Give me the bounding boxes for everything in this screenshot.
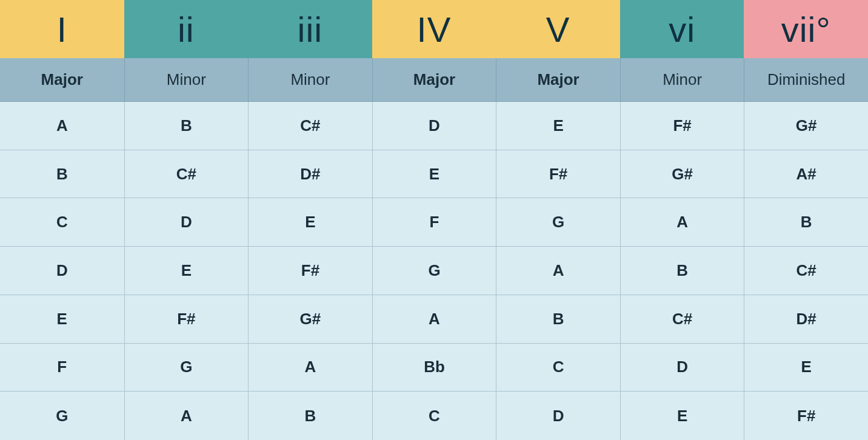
chord-cell: B — [620, 247, 744, 295]
key-row-0: A B C# D E F# G# — [0, 102, 868, 150]
chord-cell: D — [124, 198, 249, 247]
key-row-3: D E F# G A B C# — [0, 247, 868, 295]
chord-cell: E — [372, 150, 496, 199]
chord-cell: G — [372, 247, 496, 295]
chord-cell: E — [496, 102, 620, 150]
key-row-6: G A B C D E F# — [0, 392, 868, 440]
chord-cell: G — [124, 344, 249, 392]
chord-cell: E — [744, 344, 868, 392]
key-row-1: B C# D# E F# G# A# — [0, 150, 868, 199]
roman-col-5: V — [496, 0, 620, 58]
quality-col-3: Minor — [248, 58, 372, 102]
key-row-2: C D E F G A B — [0, 198, 868, 247]
quality-col-1: Major — [0, 58, 124, 102]
chord-cell: C# — [620, 295, 744, 344]
chord-cell: A — [248, 344, 372, 392]
chord-cell: D# — [248, 150, 372, 199]
chord-cell: C# — [744, 247, 868, 295]
chord-cell: G# — [248, 295, 372, 344]
chord-cell: D — [0, 247, 124, 295]
chord-cell: G# — [744, 102, 868, 150]
chord-cell: B — [0, 150, 124, 199]
chord-cell: F# — [744, 392, 868, 440]
chord-cell: D — [496, 392, 620, 440]
quality-col-2: Minor — [124, 58, 249, 102]
chord-cell: A — [496, 247, 620, 295]
chord-cell: A — [0, 102, 124, 150]
chord-cell: C — [0, 198, 124, 247]
quality-col-4: Major — [372, 58, 496, 102]
roman-col-4: IV — [372, 0, 496, 58]
chord-cell: E — [124, 247, 249, 295]
chord-cell: B — [124, 102, 249, 150]
roman-numeral-row: I ii iii IV V vi vii° — [0, 0, 868, 58]
chord-cell: E — [0, 295, 124, 344]
chord-cell: Bb — [372, 344, 496, 392]
chord-cell: A# — [744, 150, 868, 199]
roman-col-7: vii° — [744, 0, 868, 58]
chord-cell: C — [496, 344, 620, 392]
chord-cell: B — [496, 295, 620, 344]
roman-col-3: iii — [248, 0, 372, 58]
chord-cell: A — [124, 392, 249, 440]
chord-cell: A — [620, 198, 744, 247]
quality-col-7: Diminished — [744, 58, 868, 102]
chord-cell: A — [372, 295, 496, 344]
quality-col-6: Minor — [620, 58, 744, 102]
chord-cell: F# — [248, 247, 372, 295]
diatonic-chord-table: I ii iii IV V vi vii° Major Minor Minor … — [0, 0, 868, 440]
quality-col-5: Major — [496, 58, 620, 102]
chord-cell: C — [372, 392, 496, 440]
chord-cell: F — [0, 344, 124, 392]
chord-cell: F# — [620, 102, 744, 150]
roman-col-1: I — [0, 0, 124, 58]
chord-cell: C# — [248, 102, 372, 150]
chord-cell: G# — [620, 150, 744, 199]
chord-cell: G — [0, 392, 124, 440]
chord-cell: D — [372, 102, 496, 150]
chord-cell: B — [744, 198, 868, 247]
chord-cell: F — [372, 198, 496, 247]
chord-cell: E — [620, 392, 744, 440]
chord-cell: G — [496, 198, 620, 247]
roman-col-6: vi — [620, 0, 744, 58]
chord-cell: D# — [744, 295, 868, 344]
roman-col-2: ii — [124, 0, 249, 58]
chord-cell: C# — [124, 150, 249, 199]
chord-cell: B — [248, 392, 372, 440]
chord-cell: F# — [496, 150, 620, 199]
chord-cell: F# — [124, 295, 249, 344]
chord-cell: D — [620, 344, 744, 392]
chord-cell: E — [248, 198, 372, 247]
quality-row: Major Minor Minor Major Major Minor Dimi… — [0, 58, 868, 102]
key-row-4: E F# G# A B C# D# — [0, 295, 868, 344]
key-row-5: F G A Bb C D E — [0, 344, 868, 392]
